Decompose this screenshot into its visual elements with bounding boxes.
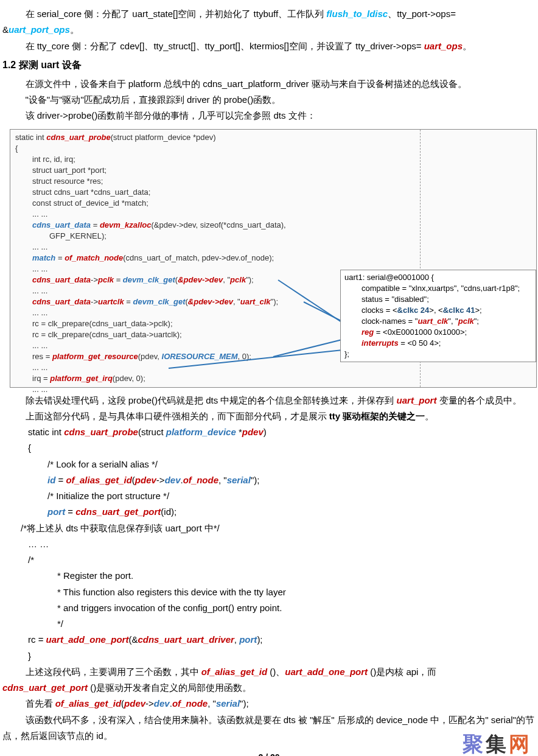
text: 在 tty_core 侧：分配了 cdev[]、tty_struct[]、tty… (26, 41, 424, 51)
text: 在 serial_core 侧：分配了 uart_state[]空间，并初始化了… (26, 9, 327, 19)
page-number: 2 / 20 (2, 750, 536, 756)
text: & (2, 24, 9, 35)
paragraph: 首先看 of_alias_get_id(pdev->dev.of_node, "… (2, 696, 536, 712)
paragraph: 上述这段代码，主要调用了三个函数，其中 of_alias_get_id ()、u… (2, 664, 536, 680)
func-ref: uart_ops (424, 41, 463, 51)
page: 在 serial_core 侧：分配了 uart_state[]空间，并初始化了… (2, 6, 536, 756)
paragraph: 在 tty_core 侧：分配了 cdev[]、tty_struct[]、tty… (2, 38, 536, 54)
comment: /*将上述从 dts 中获取信息保存到该 uart_port 中*/ (21, 520, 536, 536)
paragraph: "设备"与"驱动"匹配成功后，直接跟踪到 driver 的 probe()函数。 (2, 92, 536, 108)
code-block-2: static int cdns_uart_probe(struct platfo… (28, 424, 536, 520)
dts-panel: uart1: serial@e0001000 { compatible = "x… (340, 270, 536, 362)
paragraph: &uart_port_ops。 (2, 22, 536, 38)
text: 。 (70, 24, 79, 35)
func-ref: flush_to_ldisc (326, 9, 388, 19)
text: 、tty_port->ops= (388, 9, 456, 19)
section-heading: 1.2 探测 uart 设备 (2, 57, 536, 74)
paragraph: 该 driver->probe()函数前半部分做的事情，几乎可以完全参照 dts… (2, 108, 536, 124)
paragraph: 该函数代码不多，没有深入，结合使用来脑补。该函数就是要在 dts 被 "解压" … (2, 712, 536, 744)
paragraph: 上面这部分代码，是与具体串口硬件强相关的，而下面部分代码，才是展示 tty 驱动… (2, 408, 536, 424)
paragraph: 在 serial_core 侧：分配了 uart_state[]空间，并初始化了… (2, 6, 536, 22)
watermark: 聚集网 (463, 726, 532, 756)
paragraph: 在源文件中，设备来自于 platform 总线中的 cdns_uart_plat… (2, 76, 536, 92)
code-block-2b: … … /* * Register the port. * This funct… (28, 536, 536, 664)
func-ref: uart_port_ops (9, 24, 70, 35)
code-figure: static int cdns_uart_probe(struct platfo… (10, 129, 537, 388)
text: 。 (463, 41, 472, 51)
paragraph: cdns_uart_get_port ()是驱动开发者自定义的局部使用函数。 (2, 680, 536, 696)
